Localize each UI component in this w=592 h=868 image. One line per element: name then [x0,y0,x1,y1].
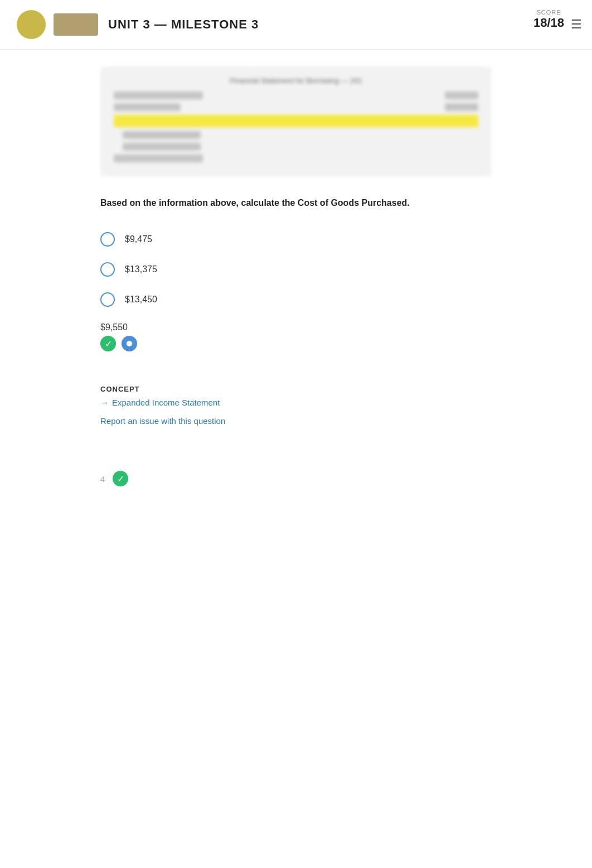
option-d-label: $9,550 [100,322,128,332]
radio-b[interactable] [100,262,115,277]
question-text: Based on the information above, calculat… [100,196,492,210]
blurred-cell [445,91,478,99]
radio-a[interactable] [100,232,115,247]
score-label: SCORE [533,9,564,16]
question-footer: 4 ✓ [100,460,492,486]
report-issue-link[interactable]: Report an issue with this question [100,416,225,426]
blurred-row-1 [114,91,478,99]
check-icon-footer: ✓ [117,474,124,484]
arrow-icon: → [100,398,109,407]
concept-link[interactable]: → Expanded Income Statement [100,398,492,407]
selected-badge [122,336,137,351]
page-title: UNIT 3 — MILESTONE 3 [108,17,259,32]
check-icon: ✓ [105,339,112,349]
logo-rect [54,13,98,36]
financial-statement-card: Financial Statement for Borrowing — 201 [100,66,492,176]
blurred-row-2 [114,103,478,111]
blurred-cell [445,103,478,111]
menu-icon[interactable]: ☰ [571,17,582,32]
option-c[interactable]: $13,450 [100,292,492,307]
option-b[interactable]: $13,375 [100,262,492,277]
score-value: 18/18 [533,16,564,30]
option-c-label: $13,450 [125,295,157,305]
blurred-row-3 [114,131,478,139]
answer-options: $9,475 $13,375 $13,450 $9,550 ✓ [100,232,492,351]
option-b-label: $13,375 [125,264,157,274]
radio-c[interactable] [100,292,115,307]
question-number: 4 [100,474,105,484]
blurred-cell [123,143,201,151]
concept-link-text: Expanded Income Statement [112,398,220,407]
blurred-cell [123,131,201,139]
logo-circle [17,10,46,39]
page-header: UNIT 3 — MILESTONE 3 SCORE 18/18 ☰ [0,0,592,50]
blurred-cell [114,103,181,111]
highlight-row [114,115,478,127]
blurred-row-4 [114,143,478,151]
dot-icon [127,341,132,346]
card-title: Financial Statement for Borrowing — 201 [114,76,478,85]
score-area: SCORE 18/18 [533,9,564,30]
option-d[interactable]: $9,550 [100,322,492,332]
blurred-cell [114,91,203,99]
blurred-row-5 [114,155,478,162]
concept-section: CONCEPT → Expanded Income Statement Repo… [100,374,492,426]
question-correct-badge: ✓ [113,471,128,486]
blurred-cell [114,155,203,162]
option-a-label: $9,475 [125,234,152,244]
concept-label: CONCEPT [100,385,492,393]
correct-badge: ✓ [100,336,116,351]
main-content: Financial Statement for Borrowing — 201 … [0,50,592,503]
option-a[interactable]: $9,475 [100,232,492,247]
option-d-wrapper: $9,550 ✓ [100,322,492,351]
badge-row: ✓ [100,336,492,351]
